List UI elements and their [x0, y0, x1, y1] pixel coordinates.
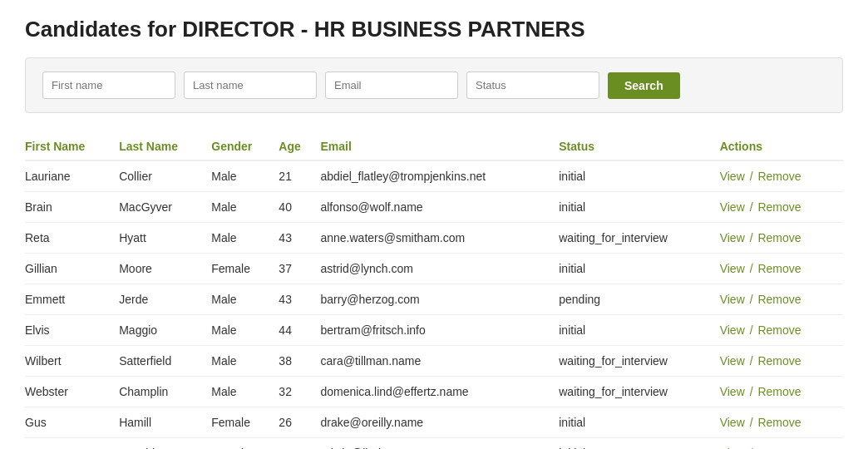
cell-email: anne.waters@smitham.com [320, 223, 559, 254]
cell-status: waiting_for_interview [559, 377, 719, 407]
remove-link[interactable]: Remove [757, 323, 801, 337]
view-link[interactable]: View [720, 323, 745, 337]
cell-status: waiting_for_interview [559, 223, 719, 254]
cell-last: Champlin [119, 377, 211, 407]
cell-last: Hyatt [119, 223, 211, 254]
cell-last: Maggio [119, 315, 211, 346]
cell-actions: View / Remove [720, 192, 843, 223]
cell-email: alfonso@wolf.name [320, 192, 559, 223]
cell-email: abdiel_flatley@trompjenkins.net [320, 160, 559, 192]
cell-gender: Male [211, 377, 279, 407]
remove-link[interactable]: Remove [757, 200, 801, 214]
cell-gender: Female [211, 254, 279, 284]
view-link[interactable]: View [720, 262, 745, 275]
view-link[interactable]: View [720, 200, 745, 214]
cell-status: initial [559, 407, 719, 438]
col-actions: Actions [720, 133, 843, 160]
cell-email: domenica.lind@effertz.name [320, 377, 559, 407]
cell-last: Moore [119, 254, 211, 284]
action-separator: / [747, 293, 757, 306]
remove-link[interactable]: Remove [757, 416, 801, 429]
remove-link[interactable]: Remove [757, 354, 801, 368]
cell-email: cara@tillman.name [320, 346, 559, 377]
action-separator: / [747, 354, 757, 368]
col-firstname: First Name [25, 133, 119, 160]
lastname-input[interactable] [184, 72, 317, 99]
action-separator: / [747, 262, 757, 275]
cell-gender: Female [211, 438, 279, 450]
cell-gender: Male [211, 192, 279, 223]
view-link[interactable]: View [720, 293, 745, 306]
cell-actions: View / Remove [720, 377, 843, 407]
action-separator: / [747, 323, 757, 337]
cell-age: 38 [279, 346, 320, 377]
view-link[interactable]: View [720, 354, 745, 368]
cell-email: barry@herzog.com [320, 284, 559, 315]
cell-actions: View / Remove [720, 315, 843, 346]
cell-first: Elvis [25, 315, 119, 346]
cell-status: initial [559, 192, 719, 223]
view-link[interactable]: View [720, 170, 745, 183]
cell-status: waiting_for_interview [559, 346, 719, 377]
cell-gender: Male [211, 315, 279, 346]
cell-last: Jerde [119, 284, 211, 315]
remove-link[interactable]: Remove [757, 385, 801, 398]
view-link[interactable]: View [720, 416, 745, 429]
cell-status: initial [559, 315, 719, 346]
search-button[interactable]: Search [608, 72, 680, 99]
cell-actions: View / Remove [720, 254, 843, 284]
table-row: RetaHyattMale43anne.waters@smitham.comwa… [25, 223, 843, 254]
cell-last: MacGyver [119, 192, 211, 223]
remove-link[interactable]: Remove [757, 293, 801, 306]
view-link[interactable]: View [720, 231, 745, 244]
cell-gender: Male [211, 346, 279, 377]
cell-age: 21 [279, 160, 320, 192]
remove-link[interactable]: Remove [757, 170, 801, 183]
col-lastname: Last Name [119, 133, 211, 160]
remove-link[interactable]: Remove [757, 262, 801, 275]
cell-email: bertram@fritsch.info [320, 315, 559, 346]
email-input[interactable] [325, 72, 458, 99]
cell-email: astrid@lynch.com [320, 254, 559, 284]
cell-first: Reta [25, 223, 119, 254]
cell-last: Hamill [119, 407, 211, 438]
table-header-row: First Name Last Name Gender Age Email St… [25, 133, 843, 160]
cell-status: initial [559, 254, 719, 284]
table-row: GusHamillFemale26drake@oreilly.nameiniti… [25, 407, 843, 438]
table-row: WebsterChamplinMale32domenica.lind@effer… [25, 377, 843, 407]
search-bar: Search [25, 57, 843, 113]
col-status: Status [559, 133, 719, 160]
action-separator: / [747, 200, 757, 214]
cell-gender: Male [211, 223, 279, 254]
cell-actions: View / Remove [720, 407, 843, 438]
cell-actions: View / Remove [720, 223, 843, 254]
cell-age: 32 [279, 377, 320, 407]
cell-age: 43 [279, 223, 320, 254]
cell-first: Webster [25, 377, 119, 407]
cell-age: 44 [279, 315, 320, 346]
cell-first: Gus [25, 407, 119, 438]
cell-gender: Male [211, 284, 279, 315]
remove-link[interactable]: Remove [757, 231, 801, 244]
view-link[interactable]: View [720, 385, 745, 398]
col-age: Age [279, 133, 320, 160]
firstname-input[interactable] [42, 72, 175, 99]
cell-first: Lauriane [25, 160, 119, 192]
cell-email: drake@oreilly.name [320, 407, 559, 438]
status-input[interactable] [466, 72, 599, 99]
table-row: LaurianeCollierMale21abdiel_flatley@trom… [25, 160, 843, 192]
cell-actions: View / Remove [720, 160, 843, 192]
cell-first: Gillian [25, 254, 119, 284]
cell-last: Satterfield [119, 346, 211, 377]
cell-actions: View / Remove [720, 284, 843, 315]
cell-actions: View / Remove [720, 346, 843, 377]
cell-last: Collier [119, 160, 211, 192]
action-separator: / [747, 231, 757, 244]
cell-age: 26 [279, 407, 320, 438]
table-row: EmmettJerdeMale43barry@herzog.compending… [25, 284, 843, 315]
table-row: DewayneTremblayFemale33edwin@lindgren.co… [25, 438, 843, 450]
cell-status: initial [559, 160, 719, 192]
cell-last: Tremblay [119, 438, 211, 450]
action-separator: / [747, 170, 757, 183]
cell-gender: Female [211, 407, 279, 438]
